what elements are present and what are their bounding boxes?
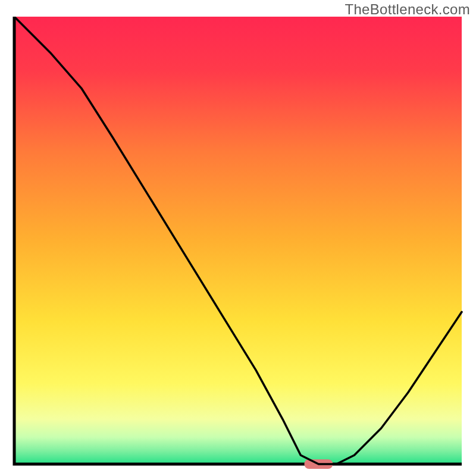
watermark-text: TheBottleneck.com: [345, 1, 470, 18]
chart-background: [14, 17, 462, 464]
bottleneck-chart: [10, 17, 466, 469]
